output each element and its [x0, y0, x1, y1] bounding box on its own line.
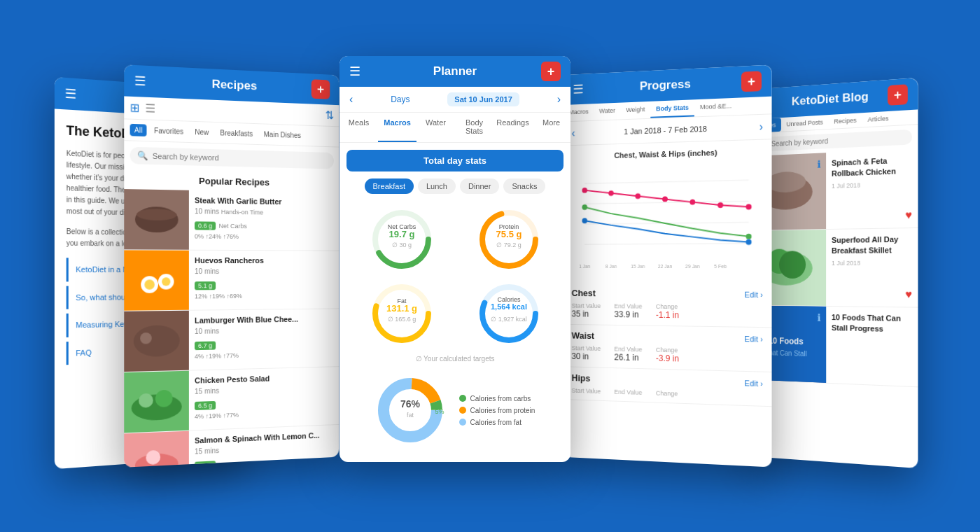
- blog-post-info-2: 10 Foods That Can Stall Progress: [826, 307, 918, 386]
- progress-title-bar: Progress: [640, 77, 691, 93]
- planner-add-button[interactable]: +: [541, 62, 561, 81]
- svg-point-54: [718, 202, 723, 208]
- planner-screen: ☰ Planner + ‹ Days Sat 10 Jun 2017 › Mea…: [340, 56, 570, 462]
- sub-tab-water[interactable]: Water: [594, 103, 620, 120]
- recipes-search-bar[interactable]: 🔍: [130, 147, 334, 169]
- meal-tab-snacks[interactable]: Snacks: [503, 178, 545, 194]
- blog-tab-recipes[interactable]: Recipes: [829, 113, 862, 129]
- blog-tab-unread[interactable]: Unread Posts: [781, 115, 829, 132]
- progress-chart-title: Chest, Waist & Hips (inches): [572, 147, 763, 161]
- svg-point-7: [162, 277, 170, 286]
- blog-post-title-0: Spinach & Feta Rollback Chicken: [832, 155, 912, 180]
- tab-all[interactable]: All: [130, 124, 147, 136]
- search-icon: 🔍: [137, 150, 148, 161]
- planner-tab-macros[interactable]: Macros: [378, 113, 416, 142]
- blog-post-title-1: Superfood All Day Breakfast Skillet: [832, 234, 912, 256]
- blog-heart-icon-0[interactable]: ♥: [905, 209, 912, 222]
- stat-waist-start: Start Value 30 in: [572, 344, 601, 361]
- tab-main-dishes[interactable]: Main Dishes: [260, 128, 305, 141]
- planner-tab-bodystats[interactable]: Body Stats: [455, 113, 493, 142]
- blog-title-bar: KetoDiet Blog: [792, 90, 869, 108]
- stat-chest-edit[interactable]: Edit ›: [744, 290, 763, 298]
- svg-line-48: [584, 244, 748, 244]
- planner-menu-icon[interactable]: ☰: [349, 64, 360, 79]
- meal-tab-dinner[interactable]: Dinner: [460, 178, 499, 194]
- meal-tab-breakfast[interactable]: Breakfast: [365, 178, 414, 194]
- recipes-menu-icon[interactable]: ☰: [134, 73, 146, 89]
- tab-breakfasts[interactable]: Breakfasts: [216, 127, 257, 140]
- planner-tab-readings[interactable]: Readings: [493, 113, 532, 142]
- progress-screen: ☰ Progress + Macros Water Weight Body St…: [564, 64, 771, 467]
- recipe-time-0: 10 mins Hands-on Time: [195, 207, 334, 217]
- recipes-add-button[interactable]: +: [312, 79, 330, 99]
- svg-text:19.7 g: 19.7 g: [388, 229, 414, 239]
- svg-text:fat: fat: [407, 412, 414, 419]
- recipe-image-4: [124, 431, 189, 468]
- blog-search-bar[interactable]: 🔍: [752, 130, 912, 152]
- blog-post-0[interactable]: ℹ Spinach & Feta Rollback Chicken 1 Jul …: [747, 148, 918, 231]
- planner-tab-meals[interactable]: Meals: [340, 113, 378, 142]
- stat-waist-values: Start Value 30 in End Value 26.1 in Chan…: [572, 344, 763, 365]
- list-view-icon[interactable]: ☰: [145, 102, 155, 115]
- blog-heart-icon-1[interactable]: ♥: [905, 288, 912, 302]
- svg-text:∅ 1,927 kcal: ∅ 1,927 kcal: [491, 316, 527, 323]
- blog-post-meta-0: 1 Jul 2018: [832, 180, 912, 190]
- blog-post-info-1: Superfood All Day Breakfast Skillet 1 Ju…: [826, 228, 918, 307]
- recipe-name-2: Lamburger With Blue Chee...: [195, 314, 334, 325]
- recipe-macros-2: 4% ↑19% ↑77%: [195, 350, 334, 360]
- svg-point-57: [746, 234, 752, 239]
- legend-carbs: Calories from carbs: [459, 395, 536, 402]
- meal-tab-lunch[interactable]: Lunch: [418, 178, 456, 194]
- planner-tab-water[interactable]: Water: [416, 113, 455, 142]
- blog-search-input[interactable]: [771, 133, 905, 148]
- stat-hips-start: Start Value: [572, 387, 601, 395]
- svg-text:15 Jan: 15 Jan: [631, 264, 645, 269]
- blog-post-2[interactable]: 10 FoodsThat Can Stall ℹ 10 Foods That C…: [747, 305, 918, 387]
- svg-text:Fat: Fat: [397, 298, 407, 304]
- svg-point-56: [582, 204, 587, 210]
- blog-post-1[interactable]: Superfood All Day Breakfast Skillet 1 Ju…: [747, 228, 918, 308]
- progress-next-arrow[interactable]: ›: [759, 120, 763, 134]
- svg-text:∅ 30 g: ∅ 30 g: [391, 241, 411, 248]
- filter-icon[interactable]: ⇅: [326, 108, 334, 122]
- macro-protein: 75.5 g ∅ 79.2 g Protein: [461, 208, 556, 271]
- legend-protein: Calories from protein: [459, 407, 536, 414]
- stat-waist-edit[interactable]: Edit ›: [744, 334, 763, 343]
- progress-add-button[interactable]: +: [741, 71, 762, 92]
- planner-next-arrow[interactable]: ›: [557, 93, 561, 106]
- progress-menu-icon[interactable]: ☰: [573, 82, 583, 97]
- planner-days-label[interactable]: Days: [391, 94, 410, 104]
- recipe-carbs-1: 5.1 g: [195, 281, 216, 290]
- donut-legend: Calories from carbs Calories from protei…: [459, 395, 536, 426]
- svg-text:1 Jan: 1 Jan: [579, 264, 590, 269]
- progress-date-range: 1 Jan 2018 - 7 Feb 2018: [624, 125, 707, 136]
- stat-chest-end: End Value 33.9 in: [615, 302, 643, 319]
- stat-waist: Waist Edit › Start Value 30 in End Value…: [564, 325, 771, 372]
- recipe-carbs-3: 6.5 g: [195, 401, 216, 410]
- sub-tab-weight[interactable]: Weight: [621, 102, 651, 120]
- macro-calories: 1,564 kcal ∅ 1,927 kcal Calories: [461, 282, 556, 345]
- progress-prev-arrow[interactable]: ‹: [572, 127, 575, 140]
- blog-tab-articles[interactable]: Articles: [862, 111, 895, 127]
- planner-tab-more[interactable]: More: [532, 113, 570, 142]
- recipe-info-1: Huevos Rancheros 10 mins 5.1 g 12% ↑19% …: [189, 251, 340, 310]
- sub-tab-mood[interactable]: Mood &E...: [694, 98, 737, 117]
- stat-hips-name: Hips: [572, 372, 591, 383]
- recipes-search-input[interactable]: [153, 152, 328, 165]
- planner-prev-arrow[interactable]: ‹: [349, 93, 353, 106]
- recipe-macros-0: 0% ↑24% ↑76%: [195, 233, 334, 241]
- svg-point-72: [779, 251, 806, 279]
- tab-new[interactable]: New: [190, 126, 213, 139]
- recipe-time-1: 10 mins: [195, 267, 334, 275]
- sub-tab-bodystats[interactable]: Body Stats: [650, 99, 694, 118]
- svg-text:Net Carbs: Net Carbs: [387, 223, 416, 230]
- svg-text:19%: 19%: [425, 391, 438, 398]
- blog-add-button[interactable]: +: [888, 84, 908, 106]
- recipe-info-4: Salmon & Spinach With Lemon C... 15 mins…: [189, 425, 340, 468]
- stat-hips-edit[interactable]: Edit ›: [744, 379, 763, 388]
- tab-favorites[interactable]: Favorites: [150, 125, 188, 138]
- grid-view-icon[interactable]: ⊞: [130, 101, 140, 115]
- svg-text:Protein: Protein: [498, 223, 519, 230]
- guide-menu-icon[interactable]: ☰: [65, 85, 77, 102]
- planner-date-nav: ‹ Days Sat 10 Jun 2017 ›: [340, 87, 570, 113]
